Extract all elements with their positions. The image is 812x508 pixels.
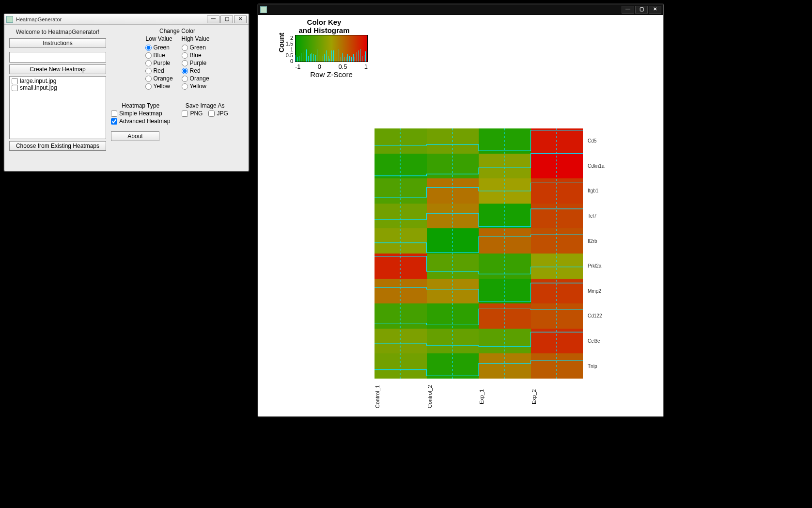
heatmap-cell	[427, 254, 479, 279]
color-option[interactable]: Yellow	[182, 83, 210, 90]
file-checkbox[interactable]	[12, 78, 18, 84]
heatmap-cell	[375, 204, 427, 229]
heatmap-cell	[479, 329, 531, 354]
plot-window: — ▢ ✕ Color Key and Histogram Count 2 1.…	[258, 4, 664, 417]
titlebar[interactable]: HeatmapGenerator — ▢ ✕	[4, 14, 249, 25]
heatmap-cell	[531, 228, 583, 254]
color-option[interactable]: Orange	[182, 75, 210, 82]
color-option[interactable]: Green	[145, 44, 173, 51]
heatmap-cell	[531, 178, 583, 204]
save-jpg-option[interactable]: JPG	[208, 110, 228, 117]
maximize-button[interactable]: ▢	[220, 16, 233, 23]
color-option[interactable]: Purple	[182, 60, 210, 66]
color-option[interactable]: Green	[182, 44, 210, 51]
radio-low-yellow[interactable]	[145, 83, 152, 90]
row-label: Cd5	[588, 128, 604, 154]
advanced-heatmap-option[interactable]: Advanced Heatmap	[111, 118, 170, 125]
heatmap-cell	[375, 353, 427, 379]
heatmap-cell	[427, 154, 479, 179]
col-label: Exp_2	[531, 383, 583, 413]
colorkey-yticks: 2 1.5 1 0.5 0	[286, 35, 293, 62]
high-value-column: High Value Green Blue Purple Red Orange …	[182, 35, 210, 90]
heatmap-cell	[375, 228, 427, 254]
radio-high-green[interactable]	[182, 45, 188, 51]
jpg-checkbox[interactable]	[208, 111, 215, 117]
color-option[interactable]: Blue	[145, 52, 173, 59]
colorkey-xticks: -1 0 0.5 1	[295, 62, 368, 70]
maximize-button[interactable]: ▢	[635, 6, 648, 14]
simple-heatmap-option[interactable]: Simple Heatmap	[111, 110, 170, 117]
png-checkbox[interactable]	[182, 111, 188, 117]
save-png-option[interactable]: PNG	[182, 110, 203, 117]
radio-low-red[interactable]	[145, 68, 152, 74]
color-key-title: Color Key and Histogram	[276, 18, 373, 35]
heatmap-cell	[427, 279, 479, 304]
heatmap-cell	[427, 353, 479, 379]
heatmap-cell	[479, 154, 531, 179]
radio-high-orange[interactable]	[182, 76, 188, 82]
heatmap-cell	[479, 178, 531, 204]
color-option[interactable]: Yellow	[145, 83, 173, 90]
color-option[interactable]: Red	[145, 67, 173, 74]
file-list[interactable]: large.input.jpg small.input.jpg	[9, 76, 106, 139]
radio-high-yellow[interactable]	[182, 83, 188, 90]
filename-input[interactable]	[9, 52, 106, 63]
minimize-button[interactable]: —	[207, 16, 219, 23]
col-label: Exp_1	[479, 383, 531, 413]
color-option[interactable]: Purple	[145, 60, 173, 66]
heatmap-cell	[531, 254, 583, 279]
colorkey-gradient	[295, 35, 368, 62]
radio-high-purple[interactable]	[182, 60, 188, 66]
heatmap-grid	[375, 128, 583, 379]
list-item[interactable]: large.input.jpg	[11, 78, 105, 84]
heatmap-cell	[427, 303, 479, 329]
heatmap-cell	[427, 204, 479, 229]
row-label: Mmp2	[588, 279, 604, 304]
heatmap-cell	[427, 329, 479, 354]
file-checkbox[interactable]	[12, 85, 18, 91]
row-label: Itgb1	[588, 178, 604, 204]
welcome-text: Welcome to HeatmapGenerator!	[9, 28, 106, 36]
save-as-panel: Save Image As PNG JPG	[182, 102, 228, 141]
heatmap-cell	[479, 128, 531, 154]
heatmap-col-labels: Control_1Control_2Exp_1Exp_2	[375, 383, 583, 413]
heatmap-type-panel: Heatmap Type Simple Heatmap Advanced Hea…	[111, 102, 170, 141]
heatmap-cell	[375, 154, 427, 179]
minimize-button[interactable]: —	[622, 6, 634, 14]
color-option[interactable]: Orange	[145, 75, 173, 82]
heatmap-cell	[427, 178, 479, 204]
heatmap-cell	[531, 353, 583, 379]
save-as-label: Save Image As	[182, 102, 228, 109]
heatmap-cell	[479, 353, 531, 379]
heatmap-cell	[375, 279, 427, 304]
heatmap-cell	[531, 154, 583, 179]
advanced-checkbox[interactable]	[111, 118, 117, 125]
heatmap-cell	[375, 303, 427, 329]
titlebar[interactable]: — ▢ ✕	[258, 4, 663, 15]
heatmap-cell	[531, 128, 583, 154]
radio-low-blue[interactable]	[145, 52, 152, 59]
col-label: Control_2	[427, 383, 479, 413]
instructions-button[interactable]: Instructions	[9, 38, 106, 48]
low-value-column: Low Value Green Blue Purple Red Orange Y…	[145, 35, 173, 90]
col-label: Control_1	[375, 383, 427, 413]
list-item[interactable]: small.input.jpg	[11, 84, 105, 91]
simple-checkbox[interactable]	[111, 111, 117, 117]
radio-low-purple[interactable]	[145, 60, 152, 66]
close-button[interactable]: ✕	[649, 6, 661, 14]
close-button[interactable]: ✕	[234, 16, 247, 23]
row-label: Cdkn1a	[588, 154, 604, 179]
color-option[interactable]: Blue	[182, 52, 210, 59]
row-label: Ccl3e	[588, 329, 604, 354]
colorkey-ylabel: Count	[278, 32, 285, 52]
choose-existing-button[interactable]: Choose from Existing Heatmaps	[9, 141, 106, 151]
about-button[interactable]: About	[111, 131, 159, 141]
color-option[interactable]: Red	[182, 67, 210, 74]
create-heatmap-button[interactable]: Create New Heatmap	[9, 64, 106, 74]
radio-high-red[interactable]	[182, 68, 188, 74]
heatmap-cell	[479, 254, 531, 279]
radio-high-blue[interactable]	[182, 52, 188, 59]
radio-low-orange[interactable]	[145, 76, 152, 82]
heatmap-cell	[531, 279, 583, 304]
radio-low-green[interactable]	[145, 45, 152, 51]
